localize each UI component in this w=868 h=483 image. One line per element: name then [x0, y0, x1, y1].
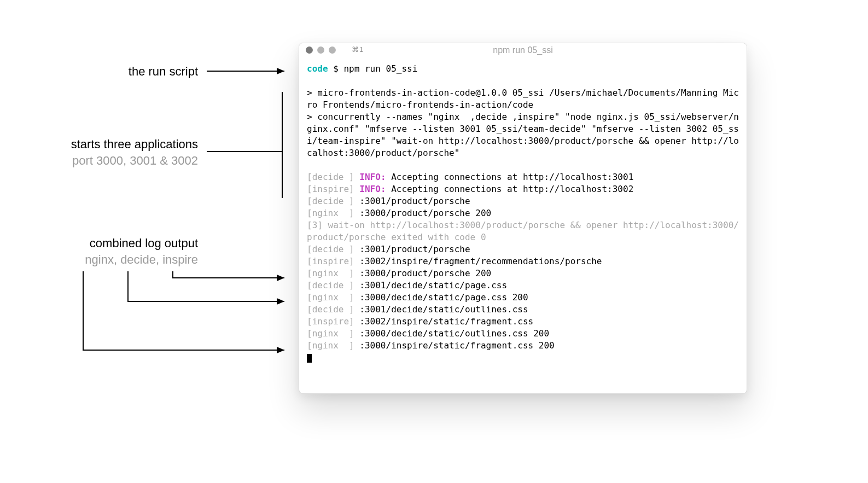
annotation-three-apps-line2: port 3000, 3001 & 3002 — [44, 153, 198, 169]
annotation-run-script: the run script — [44, 63, 198, 80]
level-info: INFO: — [359, 172, 386, 182]
log-line: :3001/decide/static/page.css — [354, 280, 507, 290]
tag-decide: [decide ] — [307, 280, 354, 290]
tag-inspire: [inspire] — [307, 256, 354, 266]
tag-nginx: [nginx ] — [307, 328, 354, 339]
annotation-logs-line2: nginx, decide, inspire — [44, 252, 198, 268]
tag-inspire: [inspire] — [307, 184, 354, 194]
tag-decide: [decide ] — [307, 172, 354, 182]
terminal-window: ⌘1 npm run 05_ssi code $ npm run 05_ssi … — [299, 43, 747, 394]
svg-marker-1 — [277, 68, 284, 74]
annotation-logs-line1: combined log output — [44, 235, 198, 252]
out-header-1: > micro-frontends-in-action-code@1.0.0 0… — [307, 88, 739, 110]
out-header-2: > concurrently --names "nginx ,decide ,i… — [307, 112, 739, 158]
annotation-logs: combined log output nginx, decide, inspi… — [44, 235, 198, 267]
diagram-stage: the run script starts three applications… — [0, 0, 868, 483]
svg-marker-4 — [277, 347, 284, 353]
log-line: :3002/inspire/fragment/recommendations/p… — [354, 256, 602, 266]
tag-nginx: [nginx ] — [307, 340, 354, 351]
log-line: :3001/product/porsche — [354, 244, 470, 254]
terminal-output[interactable]: code $ npm run 05_ssi > micro-frontends-… — [299, 57, 747, 371]
msg-inspire-accept: Accepting connections at http://localhos… — [386, 184, 634, 194]
terminal-title: npm run 05_ssi — [299, 45, 747, 55]
tag-nginx: [nginx ] — [307, 268, 354, 278]
tag-nginx: [nginx ] — [307, 208, 354, 218]
log-line: :3002/inspire/static/fragment.css — [354, 316, 534, 327]
log-line: :3001/decide/static/outlines.css — [354, 304, 528, 315]
annotation-three-apps: starts three applications port 3000, 300… — [44, 136, 198, 168]
level-info: INFO: — [359, 184, 386, 194]
log-line: :3000/decide/static/page.css 200 — [354, 292, 528, 302]
terminal-titlebar: ⌘1 npm run 05_ssi — [299, 43, 747, 57]
log-line: :3000/product/porsche 200 — [354, 268, 491, 278]
tag-nginx: [nginx ] — [307, 292, 354, 302]
log-wait-exit: [3] wait-on http://localhost:3000/produc… — [307, 220, 739, 242]
log-line: :3000/decide/static/outlines.css 200 — [354, 328, 549, 339]
svg-marker-6 — [277, 275, 284, 281]
prompt-cwd: code — [307, 63, 328, 74]
prompt-symbol: $ — [333, 63, 339, 74]
tag-decide: [decide ] — [307, 196, 354, 206]
log-line: :3000/product/porsche 200 — [354, 208, 491, 218]
log-line: :3001/product/porsche — [354, 196, 470, 206]
annotation-run-script-line1: the run script — [129, 65, 198, 78]
annotation-three-apps-line1: starts three applications — [44, 136, 198, 153]
terminal-cursor — [307, 354, 312, 363]
msg-decide-accept: Accepting connections at http://localhos… — [386, 172, 634, 182]
log-line: :3000/inspire/static/fragment.css 200 — [354, 340, 555, 351]
tag-decide: [decide ] — [307, 244, 354, 254]
prompt-command: npm run 05_ssi — [343, 63, 417, 74]
tag-inspire: [inspire] — [307, 316, 354, 327]
svg-marker-5 — [277, 298, 284, 305]
tag-decide: [decide ] — [307, 304, 354, 315]
